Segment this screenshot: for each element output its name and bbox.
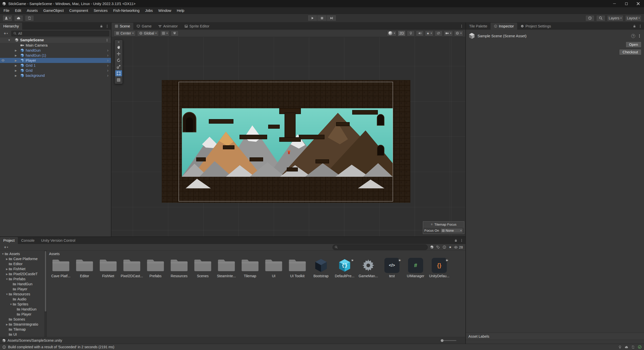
2d-toggle[interactable]: 2D — [398, 30, 406, 36]
asset-labels-header[interactable]: Asset Labels — [466, 333, 644, 340]
panel-menu-icon[interactable] — [460, 239, 463, 242]
layers-dropdown[interactable]: Layers▾ — [607, 15, 623, 21]
prefab-open-chevron[interactable]: › — [107, 68, 111, 73]
tree-item-handgun[interactable]: HandGun — [0, 282, 47, 287]
rotate-tool-button[interactable] — [115, 57, 122, 63]
tab-unity-version-control[interactable]: Unity Version Control — [38, 237, 78, 244]
prefab-open-chevron[interactable]: › — [107, 73, 111, 78]
pivot-dropdown[interactable]: Center▾ — [114, 30, 136, 36]
draw-mode-dropdown[interactable]: ▾ — [387, 30, 396, 36]
expand-closed-icon[interactable]: ▶ — [15, 54, 17, 57]
tree-item-assets[interactable]: ▼Assets — [0, 251, 47, 256]
menu-services[interactable]: Services — [91, 7, 110, 14]
scrollbar-thumb[interactable] — [45, 251, 46, 311]
close-button[interactable] — [632, 0, 644, 7]
maximize-button[interactable] — [620, 0, 632, 7]
scene-visibility-toggle[interactable] — [435, 30, 442, 36]
status-message[interactable]: Build completed with a result of 'Succee… — [8, 345, 114, 349]
tree-scrollbar[interactable] — [44, 251, 47, 337]
tab-hierarchy[interactable]: Hierarchy — [0, 23, 22, 30]
lock-icon[interactable] — [633, 24, 636, 28]
project-create-button[interactable]: +▾ — [2, 244, 10, 250]
prefab-open-chevron[interactable]: › — [107, 48, 111, 53]
asset-folder-resources[interactable]: Resources — [167, 257, 191, 278]
asset-folder-editor[interactable]: Editor — [73, 257, 96, 278]
tree-item-scenes[interactable]: Scenes — [0, 317, 47, 322]
asset-folder-steamintegration[interactable]: SteamInte... — [215, 257, 238, 278]
hierarchy-item-grid[interactable]: ▶ Grid › — [0, 68, 111, 73]
layout-dropdown[interactable]: Layout▾ — [625, 15, 641, 21]
tree-item-ui[interactable]: UI — [0, 332, 47, 337]
tab-game[interactable]: Game — [133, 23, 155, 30]
move-tool-button[interactable] — [115, 51, 122, 57]
menu-gameobject[interactable]: GameObject — [41, 7, 66, 14]
overlay-grip[interactable]: ≡ — [115, 40, 122, 44]
expand-closed-icon[interactable]: ▶ — [5, 273, 9, 275]
menu-edit[interactable]: Edit — [12, 7, 24, 14]
subasset-arrow-badge[interactable]: ▶ — [445, 258, 449, 262]
camera-settings-dropdown[interactable]: ▾ — [444, 30, 453, 36]
expand-closed-icon[interactable]: ▶ — [5, 323, 9, 326]
expand-open-icon[interactable]: ▼ — [8, 39, 11, 42]
checkout-button[interactable]: Checkout — [619, 49, 641, 55]
lock-icon[interactable] — [454, 239, 458, 242]
gizmos-dropdown[interactable]: ▾ — [454, 30, 463, 36]
menu-fish-networking[interactable]: Fish-Networking — [110, 7, 142, 14]
expand-closed-icon[interactable]: ▶ — [15, 59, 17, 62]
tree-item-cave-platformer[interactable]: ▶Cave Platforme — [0, 256, 47, 261]
tree-item-pixel2dcastle[interactable]: ▶Pixel2DCastleT — [0, 271, 47, 276]
panel-menu-icon[interactable] — [638, 24, 642, 28]
menu-window[interactable]: Window — [155, 7, 174, 14]
menu-jobs[interactable]: Jobs — [142, 7, 156, 14]
tree-item-sprites-player[interactable]: Player — [0, 312, 47, 317]
subasset-arrow-badge[interactable]: ▶ — [351, 258, 354, 262]
favorites-star-icon[interactable]: ★ — [449, 246, 452, 249]
tree-item-tilemap[interactable]: Tilemap — [0, 327, 47, 332]
hidden-packages-toggle[interactable]: 28 — [454, 245, 463, 249]
grid-snapping-dropdown[interactable]: ▾ — [160, 30, 169, 36]
asset-folder-cave-platformer[interactable]: Cave Platf... — [49, 257, 73, 278]
expand-open-icon[interactable]: ▼ — [5, 293, 9, 296]
lighting-toggle[interactable] — [407, 30, 415, 36]
asset-folder-prefabs[interactable]: Prefabs — [144, 257, 167, 278]
hierarchy-item-handgun-1[interactable]: ▶ handGun (1) › — [0, 53, 111, 58]
asset-folder-pixel2dcastle[interactable]: Pixel2DCast... — [120, 257, 144, 278]
step-button[interactable] — [327, 15, 336, 21]
menu-component[interactable]: Component — [66, 7, 91, 14]
asset-defaultprefabobjects[interactable]: {}▶DefaultPre... — [333, 257, 356, 278]
asset-unitydefault[interactable]: {}▶UnityDefau... — [427, 257, 451, 278]
open-button[interactable]: Open — [626, 42, 641, 48]
tree-item-player[interactable]: Player — [0, 287, 47, 292]
panel-menu-icon[interactable] — [105, 24, 109, 28]
scene-menu-icon[interactable] — [105, 39, 109, 42]
prefab-open-chevron[interactable]: › — [107, 58, 111, 63]
hierarchy-item-player[interactable]: ▶ Player › — [0, 58, 111, 63]
scale-tool-button[interactable] — [115, 64, 122, 70]
cloud-status-icon[interactable] — [625, 345, 628, 349]
menu-file[interactable]: File — [1, 7, 12, 14]
tree-item-steamintegration[interactable]: ▶SteamIntegratio — [0, 322, 47, 327]
lock-icon[interactable] — [100, 24, 103, 28]
tab-animator[interactable]: Animator — [155, 23, 181, 30]
lighting-status-icon[interactable] — [618, 345, 622, 349]
scene-viewport[interactable]: ≡ ≡ Tilemap Focus — [111, 37, 465, 236]
help-icon[interactable]: ? — [631, 34, 635, 38]
rect-tool-button[interactable] — [115, 70, 122, 76]
context-menu-icon[interactable] — [637, 34, 641, 38]
undo-history-button[interactable] — [585, 15, 594, 21]
global-search-button[interactable] — [596, 15, 605, 21]
view-tool-button[interactable] — [115, 44, 122, 50]
asset-folder-ui[interactable]: UI — [262, 257, 286, 278]
prefab-open-chevron[interactable]: › — [107, 63, 111, 68]
tree-item-fishnet[interactable]: ▶FishNet — [0, 266, 47, 271]
hierarchy-search-input[interactable]: All — [11, 31, 109, 36]
tab-console[interactable]: Console — [18, 237, 38, 244]
tree-item-sprites-handgun[interactable]: HandGun — [0, 307, 47, 312]
expand-closed-icon[interactable]: ▶ — [15, 64, 17, 67]
asset-gamemanager[interactable]: GameMan... — [356, 257, 380, 278]
grip-icon[interactable]: ≡ — [431, 223, 432, 226]
search-by-label-icon[interactable] — [436, 245, 440, 249]
icon-size-slider[interactable] — [441, 340, 456, 341]
panel-menu-icon[interactable] — [460, 24, 463, 28]
expand-open-icon[interactable]: ▼ — [1, 253, 5, 255]
